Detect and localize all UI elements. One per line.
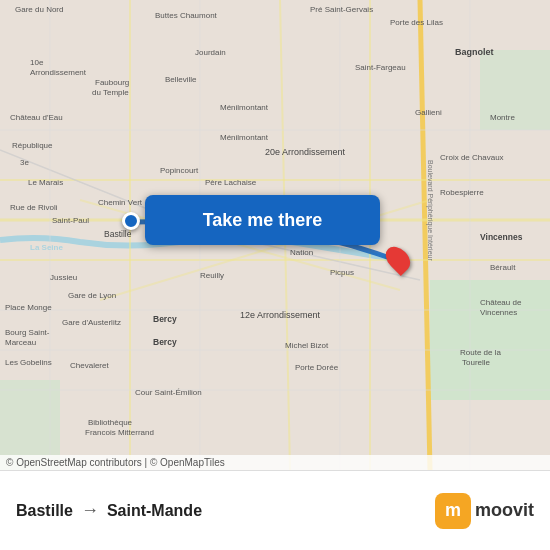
svg-text:Vincennes: Vincennes	[480, 232, 523, 242]
svg-text:Bérault: Bérault	[490, 263, 516, 272]
svg-text:Saint-Paul: Saint-Paul	[52, 216, 89, 225]
svg-text:Château de: Château de	[480, 298, 522, 307]
svg-text:Rue de Rivoli: Rue de Rivoli	[10, 203, 58, 212]
svg-text:Gare de Lyon: Gare de Lyon	[68, 291, 116, 300]
svg-text:Reuilly: Reuilly	[200, 271, 224, 280]
svg-text:Vincennes: Vincennes	[480, 308, 517, 317]
moovit-logo: m moovit	[435, 493, 534, 529]
svg-text:Saint-Fargeau: Saint-Fargeau	[355, 63, 406, 72]
svg-text:Tourelle: Tourelle	[462, 358, 491, 367]
svg-text:République: République	[12, 141, 53, 150]
route-origin: Bastille	[16, 502, 73, 520]
svg-text:Cour Saint-Émilion: Cour Saint-Émilion	[135, 388, 202, 397]
svg-text:Chemin Vert: Chemin Vert	[98, 198, 143, 207]
svg-text:12e Arrondissement: 12e Arrondissement	[240, 310, 321, 320]
svg-text:Bibliothèque: Bibliothèque	[88, 418, 133, 427]
svg-text:Bagnolet: Bagnolet	[455, 47, 494, 57]
svg-text:Arrondissement: Arrondissement	[30, 68, 87, 77]
svg-text:Nation: Nation	[290, 248, 313, 257]
take-me-there-button[interactable]: Take me there	[145, 195, 380, 245]
svg-text:Popincourt: Popincourt	[160, 166, 199, 175]
svg-text:Porte des Lilas: Porte des Lilas	[390, 18, 443, 27]
svg-text:Jussieu: Jussieu	[50, 273, 77, 282]
svg-text:Montre: Montre	[490, 113, 515, 122]
map-container: Gare du Nord Buttes Chaumont Pré Saint-G…	[0, 0, 550, 470]
svg-text:Bastille: Bastille	[104, 229, 132, 239]
svg-text:Ménilmontant: Ménilmontant	[220, 103, 269, 112]
svg-text:Marceau: Marceau	[5, 338, 36, 347]
svg-text:Bercy: Bercy	[153, 314, 177, 324]
moovit-brand-name: moovit	[475, 500, 534, 521]
svg-text:Picpus: Picpus	[330, 268, 354, 277]
svg-text:Robespierre: Robespierre	[440, 188, 484, 197]
svg-text:du Temple: du Temple	[92, 88, 129, 97]
footer: Bastille → Saint-Mande m moovit	[0, 470, 550, 550]
svg-text:Ménilmontant: Ménilmontant	[220, 133, 269, 142]
svg-text:Route de la: Route de la	[460, 348, 501, 357]
map-attribution: © OpenStreetMap contributors | © OpenMap…	[0, 455, 550, 470]
svg-text:Michel Bizot: Michel Bizot	[285, 341, 329, 350]
svg-text:Père Lachaise: Père Lachaise	[205, 178, 257, 187]
route-destination: Saint-Mande	[107, 502, 202, 520]
svg-text:Boulevard Périphérique Intérie: Boulevard Périphérique Intérieur	[426, 160, 434, 261]
svg-text:Le Marais: Le Marais	[28, 178, 63, 187]
route-info: Bastille → Saint-Mande	[16, 500, 435, 521]
svg-text:La Seine: La Seine	[30, 243, 63, 252]
moovit-icon: m	[435, 493, 471, 529]
svg-text:Buttes Chaumont: Buttes Chaumont	[155, 11, 218, 20]
svg-text:Croix de Chavaux: Croix de Chavaux	[440, 153, 504, 162]
svg-text:Bourg Saint-: Bourg Saint-	[5, 328, 50, 337]
svg-text:Place Monge: Place Monge	[5, 303, 52, 312]
svg-text:20e Arrondissement: 20e Arrondissement	[265, 147, 346, 157]
origin-marker	[122, 212, 140, 230]
svg-text:3e: 3e	[20, 158, 29, 167]
svg-text:Jourdain: Jourdain	[195, 48, 226, 57]
moovit-icon-letter: m	[445, 500, 461, 521]
svg-text:10e: 10e	[30, 58, 44, 67]
svg-text:Belleville: Belleville	[165, 75, 197, 84]
svg-text:Faubourg: Faubourg	[95, 78, 129, 87]
svg-text:Porte Dorée: Porte Dorée	[295, 363, 339, 372]
destination-marker	[388, 245, 408, 273]
svg-text:Gare d'Austerlitz: Gare d'Austerlitz	[62, 318, 121, 327]
svg-text:Les Gobelins: Les Gobelins	[5, 358, 52, 367]
svg-text:Gallieni: Gallieni	[415, 108, 442, 117]
svg-text:Château d'Eau: Château d'Eau	[10, 113, 63, 122]
svg-text:Pré Saint-Gervais: Pré Saint-Gervais	[310, 5, 373, 14]
svg-text:Chevaleret: Chevaleret	[70, 361, 109, 370]
svg-text:Gare du Nord: Gare du Nord	[15, 5, 63, 14]
svg-text:Francois Mitterrand: Francois Mitterrand	[85, 428, 154, 437]
route-arrow: →	[81, 500, 99, 521]
svg-text:Bercy: Bercy	[153, 337, 177, 347]
